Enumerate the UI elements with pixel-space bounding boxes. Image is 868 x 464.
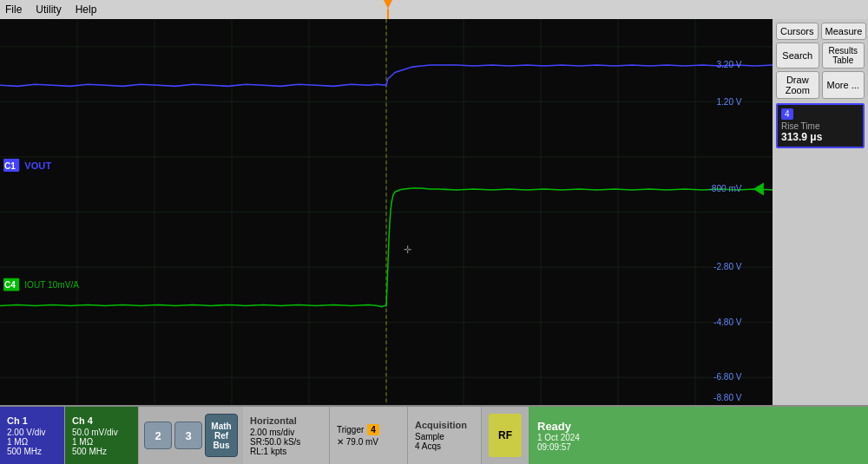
bus-label: Bus xyxy=(214,441,230,450)
trigger-header: Trigger 4 xyxy=(337,424,400,435)
main-area: 3.20 V -800 mV 1.20 V -2.80 V -4.80 V -6… xyxy=(0,19,868,405)
acquisition-acqs: 4 Acqs xyxy=(415,441,474,451)
btn-2[interactable]: 2 xyxy=(144,422,172,449)
ch4-header: Ch 4 xyxy=(72,415,131,426)
horizontal-sr: SR:50.0 kS/s xyxy=(250,437,322,447)
svg-text:IOUT 10mV/A: IOUT 10mV/A xyxy=(24,280,79,290)
horizontal-scale: 2.00 ms/div xyxy=(250,428,322,437)
meas-label: Rise Time xyxy=(781,121,859,131)
svg-text:-2.80 V: -2.80 V xyxy=(713,262,742,271)
rf-section: RF xyxy=(482,407,529,464)
scope-grid: 3.20 V -800 mV 1.20 V -2.80 V -4.80 V -6… xyxy=(0,19,773,405)
ch1-impedance: 1 MΩ xyxy=(7,437,57,447)
menu-utility[interactable]: Utility xyxy=(36,3,61,16)
draw-zoom-button[interactable]: Draw Zoom xyxy=(776,71,819,99)
trigger-level: ✕ 79.0 mV xyxy=(337,437,400,447)
menu-help[interactable]: Help xyxy=(76,3,97,16)
right-panel: Cursors Measure Search Results Table Dra… xyxy=(773,19,868,405)
ch4-scale: 50.0 mV/div xyxy=(72,428,131,437)
trigger-channel-badge: 4 xyxy=(367,424,379,435)
acquisition-mode: Sample xyxy=(415,432,474,441)
svg-text:VOUT: VOUT xyxy=(24,160,51,170)
measure-button[interactable]: Measure xyxy=(821,23,867,40)
status-bar: Ch 1 2.00 V/div 1 MΩ 500 MHz Ch 4 50.0 m… xyxy=(0,405,868,464)
ch4-impedance: 1 MΩ xyxy=(72,437,131,447)
btn-3[interactable]: 3 xyxy=(174,422,202,449)
date-label: 1 Oct 2024 xyxy=(537,433,859,442)
ch1-scale: 2.00 V/div xyxy=(7,428,57,437)
menu-bar: File Utility Help xyxy=(0,0,868,19)
search-button[interactable]: Search xyxy=(776,42,819,69)
svg-text:C1: C1 xyxy=(4,160,16,170)
ch1-status: Ch 1 2.00 V/div 1 MΩ 500 MHz xyxy=(0,407,65,464)
math-ref-bus-button[interactable]: Math Ref Bus xyxy=(205,414,238,457)
ch4-bw: 500 MHz xyxy=(72,447,131,456)
svg-text:-6.80 V: -6.80 V xyxy=(713,372,742,382)
meas-value: 313.9 μs xyxy=(781,131,859,143)
horizontal-section: Horizontal 2.00 ms/div SR:50.0 kS/s RL:1… xyxy=(243,407,330,464)
horizontal-header: Horizontal xyxy=(250,415,322,426)
time-label: 09:09:57 xyxy=(537,442,859,452)
acquisition-header: Acquisition xyxy=(415,420,474,430)
horizontal-rl: RL:1 kpts xyxy=(250,447,322,456)
svg-text:-8.80 V: -8.80 V xyxy=(713,392,742,402)
channel-buttons-group: 2 3 Math Ref Bus xyxy=(139,407,243,464)
ready-section: Ready 1 Oct 2024 09:09:57 xyxy=(529,407,868,464)
measurement-box: 4 Rise Time 313.9 μs xyxy=(776,103,865,148)
panel-third-row: Draw Zoom More ... xyxy=(776,71,865,99)
ch1-header: Ch 1 xyxy=(7,415,57,426)
svg-text:✛: ✛ xyxy=(404,245,411,255)
meas-channel-badge: 4 xyxy=(781,108,793,120)
svg-text:-4.80 V: -4.80 V xyxy=(713,317,742,327)
cursors-button[interactable]: Cursors xyxy=(776,23,819,40)
menu-file[interactable]: File xyxy=(5,3,22,16)
scope-display: 3.20 V -800 mV 1.20 V -2.80 V -4.80 V -6… xyxy=(0,19,773,405)
svg-text:3.20 V: 3.20 V xyxy=(716,60,741,69)
svg-text:-800 mV: -800 mV xyxy=(708,184,741,193)
rf-button[interactable]: RF xyxy=(489,414,522,457)
ch1-bw: 500 MHz xyxy=(7,447,57,456)
more-button[interactable]: More ... xyxy=(822,71,865,99)
trigger-position-marker xyxy=(382,0,394,19)
acquisition-section: Acquisition Sample 4 Acqs xyxy=(408,407,482,464)
ref-label: Ref xyxy=(214,431,228,441)
svg-text:C4: C4 xyxy=(4,280,16,290)
results-table-button[interactable]: Results Table xyxy=(822,42,865,69)
svg-text:1.20 V: 1.20 V xyxy=(716,96,741,106)
panel-top-row: Cursors Measure xyxy=(776,23,865,40)
trigger-section: Trigger 4 ✕ 79.0 mV xyxy=(330,407,408,464)
meas-header: 4 xyxy=(781,108,859,120)
math-label: Math xyxy=(211,422,231,431)
trigger-label: Trigger xyxy=(337,425,364,435)
ready-label: Ready xyxy=(537,420,859,433)
panel-second-row: Search Results Table xyxy=(776,42,865,69)
ch4-status: Ch 4 50.0 mV/div 1 MΩ 500 MHz xyxy=(65,407,139,464)
